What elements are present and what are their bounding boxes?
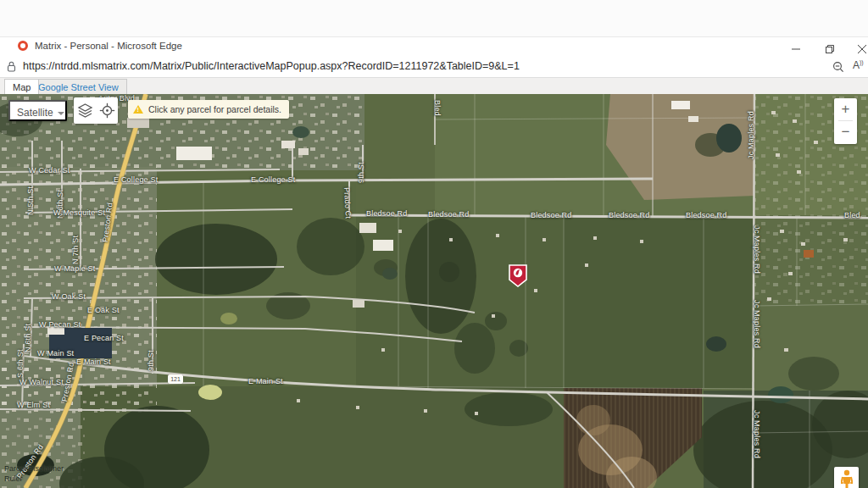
layers-icon[interactable] (77, 103, 93, 119)
tab-map[interactable]: Map (4, 79, 39, 94)
restore-icon (826, 45, 834, 53)
listing-marker-icon (509, 264, 527, 287)
close-icon (858, 45, 866, 53)
tab-google-street-view[interactable]: Google Street View (30, 79, 127, 94)
satellite-dropdown[interactable]: Satellite (8, 100, 67, 121)
road-label: E Pecan St (84, 334, 124, 342)
zoom-in-button[interactable]: + (834, 98, 857, 120)
map-toolbox (74, 97, 118, 124)
road-label: Jc Maples Rd (753, 225, 761, 274)
road-label: E Oak St (87, 306, 120, 314)
ruler-link[interactable]: Ruler (4, 474, 64, 483)
maximize-button[interactable] (815, 37, 844, 56)
road-label: W Main St (37, 349, 74, 358)
road-label: Jc Maples Rd (753, 410, 761, 458)
road-label: N 5th St (26, 186, 35, 215)
page-zoom-icon[interactable] (832, 61, 844, 73)
close-button[interactable] (848, 37, 868, 56)
address-input[interactable]: https://ntrdd.mlsmatrix.com/Matrix/Publi… (23, 60, 520, 72)
road-label: 9th St (147, 350, 155, 371)
road-label: W Maple St (54, 264, 96, 273)
road-label: Jc Maples Rd (753, 300, 761, 348)
road-label: Bledsoe Rd (609, 211, 650, 219)
road-label: W Mesquite St (53, 208, 105, 217)
road-label: Bledsoe Rd (686, 211, 727, 219)
parcel-disclaimer-link[interactable]: Parcel Disclaimer (4, 464, 64, 473)
matrix-favicon-icon (18, 41, 28, 51)
read-aloud-icon[interactable]: A)) (853, 59, 864, 71)
title-bar: Matrix - Personal - Microsoft Edge (0, 37, 868, 56)
lock-icon (7, 61, 16, 72)
browser-window: Matrix - Personal - Microsoft Edge https… (0, 0, 868, 488)
view-tabs: Map Google Street View (0, 78, 868, 94)
highway-121-shield: 121 (168, 374, 183, 384)
road-label: Bled (433, 100, 442, 116)
road-label: W Oak St (52, 292, 86, 301)
satellite-imagery (0, 94, 868, 488)
road-label: W Elm St (17, 401, 50, 409)
road-label: Bledsoe Rd (531, 211, 572, 219)
listing-marker[interactable] (509, 264, 527, 287)
road-label: Prado Ct (342, 187, 353, 219)
zoom-control: + − (834, 98, 857, 144)
street-view-pegman-button[interactable] (834, 467, 859, 488)
road-label: N 7th St (71, 236, 80, 264)
road-label: W Cedar St (29, 166, 70, 175)
road-label: E College St (251, 175, 295, 184)
road-label: E College St (114, 175, 158, 184)
road-label: 9th St (357, 162, 365, 183)
parcel-notice-text: Click any parcel for parcel details. (148, 104, 281, 114)
chevron-down-icon (58, 112, 64, 115)
window-title: Matrix - Personal - Microsoft Edge (35, 41, 182, 51)
warning-icon (133, 105, 143, 114)
road-label: N 6th St (24, 324, 32, 352)
zoom-out-button[interactable]: − (834, 121, 857, 143)
map-canvas[interactable]: Autry Blvd Bled W Cedar St E College St … (0, 94, 868, 488)
parcel-notice-banner: Click any parcel for parcel details. (128, 100, 289, 119)
satellite-label: Satellite (17, 107, 53, 119)
road-label: W Walnut St (19, 378, 64, 386)
road-label: Bled (844, 211, 860, 219)
road-label: W Pecan St (39, 320, 81, 329)
map-footer-links: Parcel Disclaimer Ruler (4, 464, 64, 485)
minimize-icon (792, 45, 800, 53)
address-bar: https://ntrdd.mlsmatrix.com/Matrix/Publi… (0, 56, 868, 78)
recenter-target-icon[interactable] (99, 103, 115, 119)
road-label: E Main St (76, 358, 111, 366)
road-label: S 6th St (16, 349, 25, 378)
road-label: Bledsoe Rd (428, 210, 470, 219)
minimize-button[interactable] (782, 37, 810, 56)
road-label: E Main St (248, 377, 283, 385)
desktop-area (0, 0, 868, 37)
pegman-icon (841, 469, 853, 488)
road-label: Jc Maples Rd (747, 111, 755, 159)
road-label: Bledsoe Rd (366, 209, 408, 218)
